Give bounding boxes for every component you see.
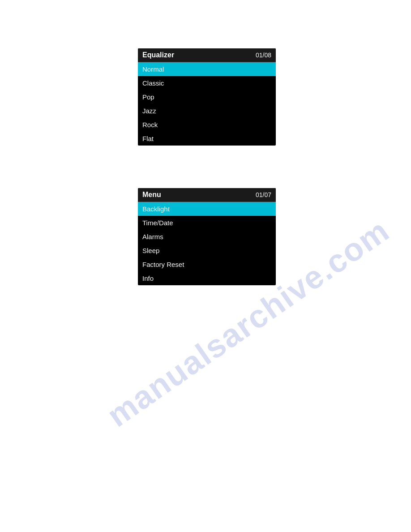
equalizer-counter: 01/08 [256, 51, 271, 59]
equalizer-item-classic[interactable]: Classic [138, 76, 276, 90]
equalizer-item-pop[interactable]: Pop [138, 90, 276, 104]
menu-item-timedate[interactable]: Time/Date [138, 216, 276, 230]
menu-header: Menu 01/07 [138, 188, 276, 202]
equalizer-screen: Equalizer 01/08 Normal Classic Pop Jazz … [138, 48, 276, 146]
equalizer-item-rock[interactable]: Rock [138, 118, 276, 132]
equalizer-header: Equalizer 01/08 [138, 48, 276, 62]
equalizer-item-flat[interactable]: Flat [138, 132, 276, 146]
menu-item-sleep[interactable]: Sleep [138, 244, 276, 257]
menu-title: Menu [142, 191, 161, 199]
menu-screen: Menu 01/07 Backlight Time/Date Alarms Sl… [138, 188, 276, 285]
equalizer-item-jazz[interactable]: Jazz [138, 104, 276, 118]
menu-item-info[interactable]: Info [138, 271, 276, 285]
menu-counter: 01/07 [256, 191, 271, 198]
equalizer-title: Equalizer [142, 51, 174, 59]
menu-item-backlight[interactable]: Backlight [138, 202, 276, 216]
equalizer-item-normal[interactable]: Normal [138, 62, 276, 76]
menu-item-factory-reset[interactable]: Factory Reset [138, 257, 276, 271]
menu-item-alarms[interactable]: Alarms [138, 230, 276, 244]
